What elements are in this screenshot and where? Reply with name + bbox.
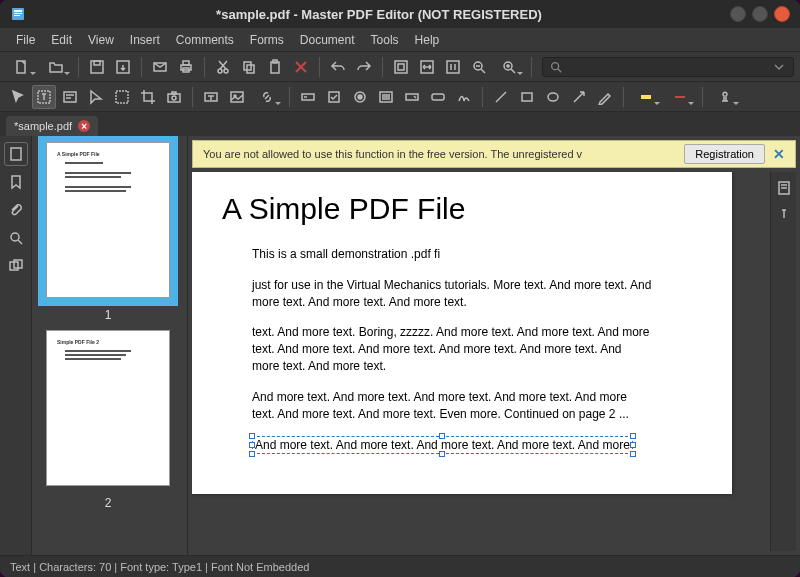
pdf-para-2: just for use in the Virtual Mechanics tu… bbox=[252, 277, 652, 311]
window-title: *sample.pdf - Master PDF Editor (NOT REG… bbox=[34, 7, 724, 22]
svg-rect-42 bbox=[641, 95, 651, 99]
close-button[interactable] bbox=[774, 6, 790, 22]
search-input[interactable] bbox=[567, 61, 771, 73]
status-text: Text | Characters: 70 | Font type: Type1… bbox=[10, 561, 309, 573]
pdf-page[interactable]: A Simple PDF File This is a small demons… bbox=[192, 172, 732, 494]
maximize-button[interactable] bbox=[752, 6, 768, 22]
form-combo-button[interactable] bbox=[400, 85, 424, 109]
fit-page-button[interactable] bbox=[389, 55, 413, 79]
form-checkbox-button[interactable] bbox=[322, 85, 346, 109]
search-panel-button[interactable] bbox=[4, 226, 28, 250]
actual-size-button[interactable] bbox=[441, 55, 465, 79]
menu-tools[interactable]: Tools bbox=[363, 30, 407, 50]
chevron-down-icon[interactable] bbox=[771, 59, 787, 75]
copy-button[interactable] bbox=[237, 55, 261, 79]
form-list-button[interactable] bbox=[374, 85, 398, 109]
svg-rect-27 bbox=[168, 94, 180, 102]
menu-forms[interactable]: Forms bbox=[242, 30, 292, 50]
search-box[interactable] bbox=[542, 57, 794, 77]
rect-tool[interactable] bbox=[515, 85, 539, 109]
thumbnails-panel-button[interactable] bbox=[4, 142, 28, 166]
snapshot-tool[interactable] bbox=[162, 85, 186, 109]
form-text-button[interactable] bbox=[296, 85, 320, 109]
text-box-tool[interactable] bbox=[199, 85, 223, 109]
menu-comments[interactable]: Comments bbox=[168, 30, 242, 50]
save-as-button[interactable] bbox=[111, 55, 135, 79]
stamp-tool[interactable] bbox=[709, 85, 741, 109]
email-button[interactable] bbox=[148, 55, 172, 79]
pencil-tool[interactable] bbox=[593, 85, 617, 109]
registration-button[interactable]: Registration bbox=[684, 144, 765, 164]
svg-rect-43 bbox=[675, 96, 685, 98]
cut-button[interactable] bbox=[211, 55, 235, 79]
menu-document[interactable]: Document bbox=[292, 30, 363, 50]
tab-close-icon[interactable]: × bbox=[78, 120, 90, 132]
resize-handle[interactable] bbox=[439, 451, 445, 457]
thumbnail-page-1[interactable]: A Simple PDF File 1 bbox=[38, 142, 178, 322]
layers-panel-button[interactable] bbox=[4, 254, 28, 278]
object-select-tool[interactable] bbox=[110, 85, 134, 109]
fit-width-button[interactable] bbox=[415, 55, 439, 79]
tab-label: *sample.pdf bbox=[14, 120, 72, 132]
menu-edit[interactable]: Edit bbox=[43, 30, 80, 50]
svg-rect-33 bbox=[302, 94, 314, 100]
line-tool[interactable] bbox=[489, 85, 513, 109]
strikeout-tool[interactable] bbox=[664, 85, 696, 109]
resize-handle[interactable] bbox=[630, 451, 636, 457]
document-tab[interactable]: *sample.pdf × bbox=[6, 116, 98, 136]
close-notice-icon[interactable]: ✕ bbox=[773, 146, 785, 162]
thumbnail-panel: A Simple PDF File 1 Simple PDF File 2 bbox=[32, 136, 188, 555]
menu-help[interactable]: Help bbox=[407, 30, 448, 50]
new-button[interactable] bbox=[6, 55, 38, 79]
resize-handle[interactable] bbox=[439, 433, 445, 439]
svg-rect-3 bbox=[14, 15, 20, 16]
attachments-panel-button[interactable] bbox=[4, 198, 28, 222]
resize-handle[interactable] bbox=[249, 442, 255, 448]
app-window: *sample.pdf - Master PDF Editor (NOT REG… bbox=[0, 0, 800, 577]
selection-tool[interactable] bbox=[84, 85, 108, 109]
delete-button[interactable] bbox=[289, 55, 313, 79]
svg-point-36 bbox=[358, 95, 362, 99]
save-button[interactable] bbox=[85, 55, 109, 79]
menu-view[interactable]: View bbox=[80, 30, 122, 50]
resize-handle[interactable] bbox=[249, 433, 255, 439]
edit-form-tool[interactable] bbox=[58, 85, 82, 109]
zoom-out-button[interactable] bbox=[467, 55, 491, 79]
resize-handle[interactable] bbox=[630, 433, 636, 439]
link-tool[interactable] bbox=[251, 85, 283, 109]
form-radio-button[interactable] bbox=[348, 85, 372, 109]
redo-button[interactable] bbox=[352, 55, 376, 79]
thumbnail-page-2[interactable]: Simple PDF File 2 2 bbox=[38, 330, 178, 510]
workspace: A Simple PDF File 1 Simple PDF File 2 bbox=[0, 136, 800, 555]
properties-panel-button[interactable] bbox=[774, 178, 794, 198]
pdf-para-4: And more text. And more text. And more t… bbox=[252, 389, 652, 423]
open-button[interactable] bbox=[40, 55, 72, 79]
document-canvas[interactable]: A Simple PDF File This is a small demons… bbox=[188, 172, 800, 555]
bookmarks-panel-button[interactable] bbox=[4, 170, 28, 194]
undo-button[interactable] bbox=[326, 55, 350, 79]
ellipse-tool[interactable] bbox=[541, 85, 565, 109]
arrow-tool[interactable] bbox=[567, 85, 591, 109]
selected-text-object[interactable]: And more text. And more text. And more t… bbox=[252, 436, 633, 454]
zoom-in-button[interactable] bbox=[493, 55, 525, 79]
svg-rect-44 bbox=[11, 148, 21, 160]
select-tool[interactable] bbox=[6, 85, 30, 109]
highlight-tool[interactable] bbox=[630, 85, 662, 109]
svg-point-13 bbox=[224, 69, 228, 73]
print-button[interactable] bbox=[174, 55, 198, 79]
paste-button[interactable] bbox=[263, 55, 287, 79]
inspector-panel-button[interactable] bbox=[774, 204, 794, 224]
document-tabs: *sample.pdf × bbox=[0, 112, 800, 136]
minimize-button[interactable] bbox=[730, 6, 746, 22]
svg-rect-1 bbox=[14, 10, 22, 12]
resize-handle[interactable] bbox=[630, 442, 636, 448]
resize-handle[interactable] bbox=[249, 451, 255, 457]
image-tool[interactable] bbox=[225, 85, 249, 109]
menu-file[interactable]: File bbox=[8, 30, 43, 50]
form-button[interactable] bbox=[426, 85, 450, 109]
crop-tool[interactable] bbox=[136, 85, 160, 109]
menu-insert[interactable]: Insert bbox=[122, 30, 168, 50]
form-signature[interactable] bbox=[452, 85, 476, 109]
search-icon bbox=[549, 60, 563, 74]
edit-text-tool[interactable] bbox=[32, 85, 56, 109]
